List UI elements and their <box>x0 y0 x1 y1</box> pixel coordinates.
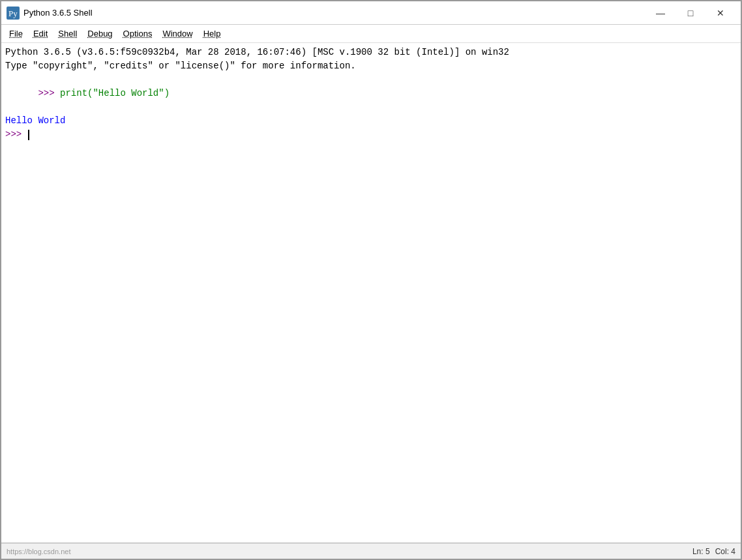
watermark: https://blog.csdn.net <box>7 548 70 555</box>
menu-shell[interactable]: Shell <box>53 27 82 40</box>
title-bar-left: Py Python 3.6.5 Shell <box>7 7 93 20</box>
close-button[interactable]: ✕ <box>705 4 735 22</box>
status-col: Col: 4 <box>715 547 735 556</box>
menu-file[interactable]: File <box>4 27 28 40</box>
menu-help[interactable]: Help <box>198 27 226 40</box>
info-line-1: Python 3.6.5 (v3.6.5:f59c0932b4, Mar 28 … <box>5 46 737 59</box>
status-right: Ln: 5 Col: 4 <box>692 547 735 556</box>
command-line-1: >>> print("Hello World") <box>5 73 737 114</box>
menu-window[interactable]: Window <box>157 27 198 40</box>
menu-bar: File Edit Shell Debug Options Window Hel… <box>1 25 741 43</box>
output-line-1: Hello World <box>5 114 737 128</box>
shell-output[interactable]: Python 3.6.5 (v3.6.5:f59c0932b4, Mar 28 … <box>1 43 741 543</box>
info-line-2: Type "copyright", "credits" or "license(… <box>5 59 737 73</box>
python-shell-window: Py Python 3.6.5 Shell — □ ✕ File Edit Sh… <box>0 0 742 560</box>
command-code-1: print("Hello World") <box>60 88 170 98</box>
status-ln: Ln: 5 <box>692 547 710 556</box>
prompt-line-2: >>> <box>5 128 737 141</box>
maximize-button[interactable]: □ <box>675 4 705 22</box>
menu-options[interactable]: Options <box>118 27 158 40</box>
status-bar: https://blog.csdn.net Ln: 5 Col: 4 <box>1 543 741 559</box>
prompt-1: >>> <box>38 88 60 98</box>
menu-edit[interactable]: Edit <box>28 27 53 40</box>
title-bar: Py Python 3.6.5 Shell — □ ✕ <box>1 1 741 25</box>
python-icon: Py <box>7 7 20 20</box>
minimize-button[interactable]: — <box>646 4 675 22</box>
title-controls: — □ ✕ <box>646 4 735 22</box>
window-title: Python 3.6.5 Shell <box>23 8 93 18</box>
menu-debug[interactable]: Debug <box>82 27 117 40</box>
cursor <box>28 130 29 140</box>
svg-text:Py: Py <box>8 8 18 18</box>
prompt-2: >>> <box>5 128 27 141</box>
